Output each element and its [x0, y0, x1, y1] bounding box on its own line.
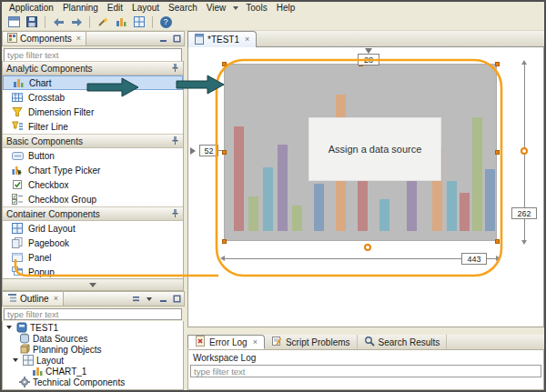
editor-area: *TEST1 × Assign a data source [187, 31, 544, 390]
palette-item-checkbox-group[interactable]: Checkbox Group [3, 192, 183, 206]
close-icon[interactable]: × [245, 35, 249, 44]
tree-item-planning-objects[interactable]: Planning Objects [3, 344, 183, 355]
menu-view[interactable]: View [202, 2, 231, 14]
components-filter-input[interactable] [4, 48, 182, 62]
palette-item-filter-line[interactable]: Filter Line [3, 119, 183, 134]
resize-handle-right-middle[interactable] [495, 150, 500, 155]
drawer-basic-components[interactable]: Basic Components [3, 134, 183, 148]
palette-item-label: Grid Layout [28, 224, 76, 234]
palette-item-label: Checkbox Group [28, 195, 96, 205]
minimize-icon[interactable] [157, 293, 169, 305]
horizontal-sash[interactable] [187, 327, 544, 335]
tab-script-problems[interactable]: Script Problems [265, 335, 358, 349]
view-dropdown-icon[interactable] [233, 6, 238, 10]
script-problems-icon [271, 336, 282, 348]
palette-item-button[interactable]: Button [3, 148, 183, 163]
bottom-panel: Error Log × Script Problems Search Resul… [187, 335, 544, 390]
tab-search-results[interactable]: Search Results [358, 335, 448, 349]
palette-item-pagebook[interactable]: Pagebook [3, 236, 183, 250]
pin-icon[interactable] [171, 63, 179, 75]
undo-icon[interactable] [50, 15, 66, 30]
filter-line-icon [11, 121, 24, 132]
tree-item-layout[interactable]: Layout [3, 355, 183, 366]
palette-scroll-down[interactable] [2, 279, 184, 291]
tab-outline[interactable]: Outline × [3, 292, 64, 306]
menu-tools[interactable]: Tools [241, 2, 271, 14]
drawer-label: Container Components [6, 209, 100, 219]
menu-planning[interactable]: Planning [58, 2, 103, 14]
menu-layout[interactable]: Layout [127, 2, 164, 14]
close-icon[interactable]: × [76, 35, 81, 43]
tree-item-label: Technical Components [33, 377, 125, 387]
maximize-icon[interactable] [170, 33, 183, 45]
save-icon[interactable] [24, 15, 40, 30]
resize-handle-bottom-right[interactable] [495, 239, 500, 244]
drawer-container-components[interactable]: Container Components [3, 206, 183, 221]
drawer-label: Basic Components [6, 136, 83, 146]
wand-icon[interactable] [95, 15, 111, 30]
redo-icon[interactable] [68, 15, 85, 30]
palette-item-chart-type-picker[interactable]: Chart Type Picker [3, 163, 183, 177]
pin-icon[interactable] [171, 208, 179, 220]
drawer-analytic-components[interactable]: Analytic Components [3, 61, 183, 75]
close-icon[interactable]: × [253, 338, 258, 347]
palette-item-label: Filter Line [28, 122, 68, 132]
palette-item-label: Chart [29, 78, 51, 88]
new-application-icon[interactable] [5, 15, 22, 30]
tab-editor-test1[interactable]: *TEST1 × [187, 31, 257, 47]
palette-item-label: Button [28, 151, 55, 161]
pin-icon[interactable] [171, 136, 179, 147]
tree-expander-icon[interactable] [12, 358, 19, 362]
design-canvas[interactable]: Assign a data source 28 52 [187, 47, 544, 327]
palette-item-crosstab[interactable]: Crosstab [3, 90, 183, 105]
close-icon[interactable]: × [54, 295, 58, 303]
chart-icon[interactable] [113, 15, 129, 30]
tree-item-technical-components[interactable]: Technical Components [3, 377, 183, 387]
dimension-top-label: 28 [358, 54, 379, 65]
editor-tab-strip: *TEST1 × [187, 31, 544, 47]
outline-filter-input[interactable] [4, 308, 182, 320]
dimension-width-arrow-left [220, 256, 225, 261]
palette-item-popup[interactable]: Popup [3, 265, 183, 279]
search-icon [364, 336, 375, 348]
error-log-filter-input[interactable] [190, 365, 541, 377]
dimension-width-line [224, 258, 497, 259]
resize-handle-top-right[interactable] [495, 62, 500, 66]
menu-application[interactable]: Application [5, 2, 58, 14]
resize-handle-bottom-left[interactable] [222, 239, 227, 244]
tab-error-log[interactable]: Error Log × [187, 335, 265, 349]
grid-icon[interactable] [131, 15, 147, 30]
tree-item-label: Data Sources [33, 334, 88, 344]
application-icon [15, 322, 27, 333]
tab-components[interactable]: Components × [3, 32, 86, 45]
popup-icon [11, 266, 24, 277]
palette-item-label: Chart Type Picker [28, 166, 100, 176]
menu-edit[interactable]: Edit [103, 2, 127, 14]
toolbar-separator [152, 16, 153, 28]
menu-help[interactable]: Help [272, 2, 300, 14]
view-menu-icon[interactable] [143, 293, 156, 305]
chart-component-placeholder[interactable]: Assign a data source [224, 64, 497, 241]
resize-handle-right-circle[interactable] [521, 147, 528, 155]
bottom-tab-strip: Error Log × Script Problems Search Resul… [187, 335, 544, 350]
palette-item-chart[interactable]: Chart [3, 75, 183, 90]
collapse-all-icon[interactable] [129, 293, 142, 305]
minimize-icon[interactable] [157, 33, 169, 45]
resize-handle-bottom-circle[interactable] [364, 244, 371, 251]
palette-item-dimension-filter[interactable]: Dimension Filter [3, 105, 183, 119]
palette-view-icon [7, 33, 17, 45]
tree-item-data-sources[interactable]: Data Sources [3, 333, 183, 344]
maximize-icon[interactable] [170, 293, 183, 305]
tree-item-test1[interactable]: TEST1 [3, 322, 183, 333]
tree-item-chart1[interactable]: CHART_1 [3, 366, 183, 377]
help-icon[interactable]: ? [157, 15, 174, 30]
dimension-width-label: 443 [461, 253, 487, 265]
palette-item-checkbox[interactable]: Checkbox [3, 177, 183, 192]
tree-expander-icon[interactable] [5, 326, 13, 329]
palette-item-panel[interactable]: Panel [3, 250, 183, 265]
resize-handle-top-left[interactable] [222, 62, 227, 66]
dimension-height-arrow-top [521, 60, 527, 65]
resize-handle-left-middle[interactable] [222, 150, 227, 155]
palette-item-grid-layout[interactable]: Grid Layout [3, 221, 183, 236]
menu-search[interactable]: Search [164, 2, 202, 14]
